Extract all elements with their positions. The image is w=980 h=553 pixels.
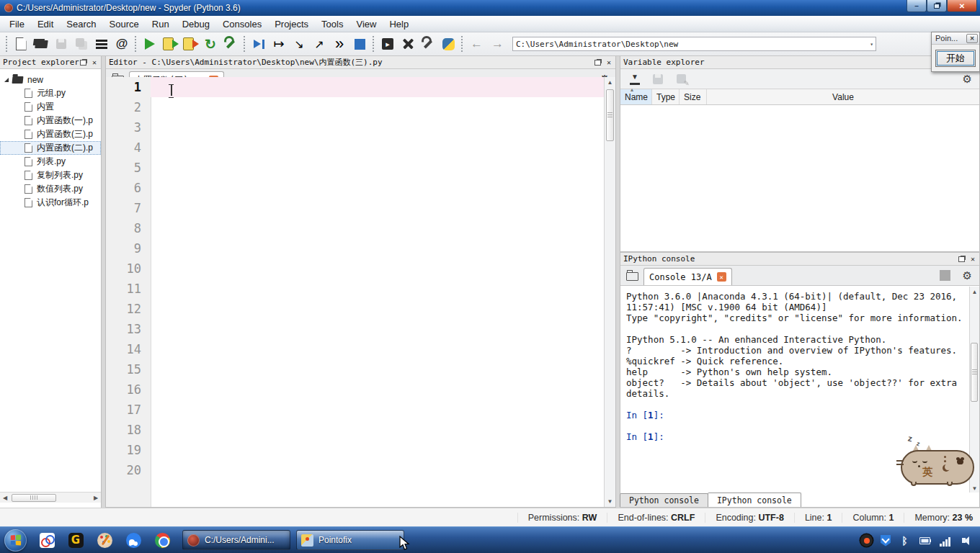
save-data-icon[interactable] xyxy=(650,70,666,89)
editor-line[interactable]: 14 xyxy=(106,339,605,359)
column-header-size[interactable]: Size xyxy=(680,89,707,104)
step-over-icon[interactable] xyxy=(270,35,288,53)
save-icon[interactable] xyxy=(52,35,71,53)
outline-explorer-icon[interactable] xyxy=(92,35,111,53)
project-file-item[interactable]: 内置函数(三).p xyxy=(0,127,101,141)
project-file-item[interactable]: 内置函数(二).p xyxy=(0,141,101,155)
menu-debug[interactable]: Debug xyxy=(176,17,216,31)
console-tab[interactable]: Console 13/A ✕ xyxy=(643,268,732,285)
fullscreen-icon[interactable] xyxy=(398,35,417,53)
new-file-icon[interactable] xyxy=(12,35,30,53)
editor-line[interactable]: 16 xyxy=(106,379,605,400)
editor-line[interactable]: 13 xyxy=(106,319,605,339)
rings-app-icon[interactable] xyxy=(32,529,61,552)
variable-explorer-gear-icon[interactable]: ⚙ xyxy=(963,73,972,86)
menu-file[interactable]: File xyxy=(3,17,31,31)
editor-line[interactable]: 11 xyxy=(106,279,605,299)
column-header-name[interactable]: Name xyxy=(620,89,652,104)
forward-icon[interactable]: → xyxy=(487,37,508,51)
editor-line[interactable]: 18 xyxy=(106,420,605,440)
start-orb-icon[interactable] xyxy=(4,529,27,552)
battery-icon[interactable] xyxy=(919,534,931,547)
chrome-icon[interactable] xyxy=(148,529,177,552)
python-path-icon[interactable] xyxy=(439,35,458,53)
close-panel-icon[interactable]: ✕ xyxy=(971,255,975,263)
column-header-type[interactable]: Type xyxy=(652,89,680,104)
project-file-item[interactable]: 数值列表.py xyxy=(0,182,101,196)
editor-line[interactable]: 4 xyxy=(106,138,605,158)
menu-search[interactable]: Search xyxy=(60,17,102,31)
menu-run[interactable]: Run xyxy=(146,17,176,31)
editor-vertical-scrollbar[interactable]: ▲ ▼ xyxy=(604,77,615,507)
dropdown-chevron-icon[interactable]: ▾ xyxy=(870,41,873,48)
browse-tabs-icon[interactable] xyxy=(625,269,639,283)
step-return-icon[interactable] xyxy=(310,35,329,53)
run-cell-advance-icon[interactable] xyxy=(181,35,200,53)
stop-debug-icon[interactable] xyxy=(350,35,369,53)
menu-projects[interactable]: Projects xyxy=(268,17,315,31)
scroll-up-icon[interactable]: ▲ xyxy=(970,287,979,297)
project-file-item[interactable]: 认识for循环.p xyxy=(0,196,101,210)
taskbar-spyder-window-button[interactable]: C:/Users/Admini... xyxy=(182,530,290,550)
record-icon[interactable] xyxy=(860,534,873,547)
code-editor-area[interactable]: 1234567891011121314151617181920 xyxy=(106,77,605,507)
scroll-thumb[interactable] xyxy=(971,343,978,402)
pointofix-mini-window[interactable]: Poin... ✕ 开始 xyxy=(931,32,980,72)
scroll-thumb[interactable] xyxy=(606,89,614,141)
editor-line[interactable]: 6 xyxy=(106,178,605,198)
step-into-icon[interactable] xyxy=(290,35,308,53)
save-data-as-icon[interactable] xyxy=(672,71,690,87)
editor-line[interactable]: 10 xyxy=(106,258,605,279)
menu-edit[interactable]: Edit xyxy=(31,17,60,31)
volume-icon[interactable] xyxy=(959,534,971,547)
maximize-pane-icon[interactable] xyxy=(378,35,397,53)
close-panel-icon[interactable]: ✕ xyxy=(92,58,97,66)
working-directory-input[interactable]: C:\Users\Administrator\Desktop\new▾ xyxy=(512,37,876,51)
preferences-icon[interactable] xyxy=(419,35,437,53)
scroll-thumb[interactable] xyxy=(12,494,56,502)
tab-close-icon[interactable]: ✕ xyxy=(717,272,726,282)
interrupt-kernel-icon[interactable] xyxy=(940,270,950,281)
scroll-right-icon[interactable]: ▶ xyxy=(91,495,101,501)
editor-line[interactable]: 3 xyxy=(106,117,605,138)
editor-line[interactable]: 15 xyxy=(106,359,605,379)
scroll-down-icon[interactable]: ▼ xyxy=(605,496,615,507)
editor-line[interactable]: 12 xyxy=(106,299,605,319)
symbol-finder-icon[interactable] xyxy=(112,35,131,53)
pointofix-start-button[interactable]: 开始 xyxy=(935,50,976,67)
project-file-item[interactable]: 列表.py xyxy=(0,155,101,168)
bottom-tab-python-console[interactable]: Python console xyxy=(620,493,708,507)
cloud-browser-icon[interactable] xyxy=(119,529,148,552)
bottom-tab-ipython-console[interactable]: IPython console xyxy=(708,493,801,507)
editor-line[interactable]: 5 xyxy=(106,158,605,178)
open-folder-icon[interactable] xyxy=(32,35,50,53)
continue-icon[interactable] xyxy=(330,35,349,53)
pointofix-close-button[interactable]: ✕ xyxy=(966,34,978,43)
menu-consoles[interactable]: Consoles xyxy=(216,17,268,31)
editor-line[interactable]: 7 xyxy=(106,198,605,218)
project-file-item[interactable]: 内置 xyxy=(0,100,101,114)
editor-line[interactable]: 2 xyxy=(106,97,605,117)
network-signal-icon[interactable] xyxy=(939,534,951,547)
undock-icon[interactable] xyxy=(594,60,601,66)
run-cell-icon[interactable] xyxy=(161,35,179,53)
rerun-icon[interactable] xyxy=(201,35,220,53)
editor-line[interactable]: 1 xyxy=(106,77,605,97)
run-icon[interactable] xyxy=(141,35,159,53)
scroll-up-icon[interactable]: ▲ xyxy=(605,77,615,88)
menu-source[interactable]: Source xyxy=(103,17,146,31)
editor-line[interactable]: 8 xyxy=(106,218,605,238)
close-button[interactable]: ✕ xyxy=(947,0,977,12)
expand-triangle-icon[interactable] xyxy=(4,78,9,82)
undock-icon[interactable] xyxy=(80,60,86,66)
menu-view[interactable]: View xyxy=(349,17,383,31)
g-app-icon[interactable]: G xyxy=(61,529,90,552)
console-options-gear-icon[interactable]: ⚙ xyxy=(963,269,972,282)
project-root-folder[interactable]: new xyxy=(0,73,101,86)
project-file-item[interactable]: 元组.py xyxy=(0,86,101,100)
project-horizontal-scrollbar[interactable]: ◀ ▶ xyxy=(0,492,101,503)
menu-tools[interactable]: Tools xyxy=(315,17,349,31)
project-file-item[interactable]: 复制列表.py xyxy=(0,168,101,182)
undock-icon[interactable] xyxy=(958,256,965,262)
run-config-icon[interactable] xyxy=(221,35,240,53)
